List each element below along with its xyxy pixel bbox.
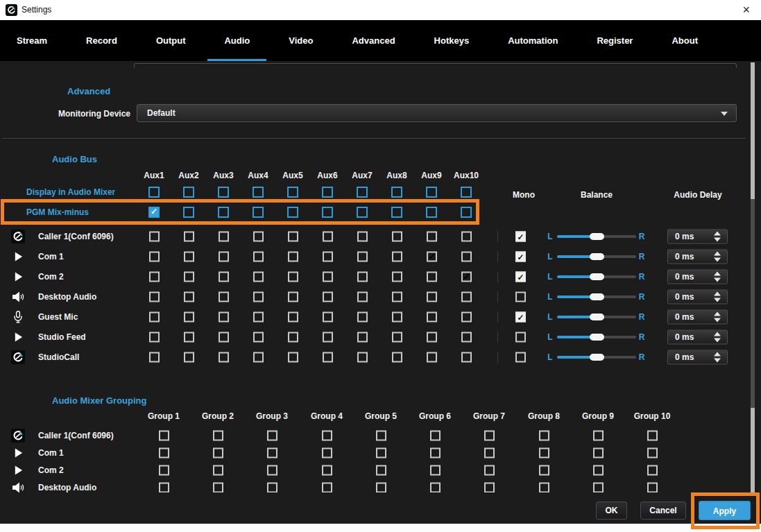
group-checkbox-9[interactable]: [593, 482, 604, 492]
aux-checkbox-9[interactable]: [426, 187, 437, 198]
group-checkbox-8[interactable]: [539, 465, 549, 475]
aux-checkbox-8[interactable]: [392, 312, 402, 323]
spinner-down-icon[interactable]: [714, 238, 721, 242]
aux-checkbox-10[interactable]: [461, 272, 472, 282]
aux-checkbox-1[interactable]: [149, 312, 160, 323]
aux-checkbox-3[interactable]: [219, 272, 229, 282]
audio-delay-spinner[interactable]: 0 ms: [667, 350, 728, 365]
ok-button[interactable]: OK: [596, 501, 627, 520]
aux-checkbox-9[interactable]: [427, 272, 437, 282]
audio-delay-spinner[interactable]: 0 ms: [667, 250, 728, 264]
spinner-arrows[interactable]: [714, 332, 721, 343]
aux-checkbox-1[interactable]: [148, 187, 160, 198]
group-checkbox-7[interactable]: [484, 447, 495, 458]
group-checkbox-2[interactable]: [213, 447, 223, 458]
group-checkbox-4[interactable]: [322, 447, 332, 458]
group-checkbox-2[interactable]: [213, 465, 223, 475]
spinner-down-icon[interactable]: [714, 258, 721, 262]
aux-checkbox-2[interactable]: [184, 332, 194, 343]
spinner-down-icon[interactable]: [714, 359, 721, 363]
aux-checkbox-7[interactable]: [357, 352, 368, 363]
group-checkbox-1[interactable]: [159, 465, 169, 475]
audio-delay-spinner[interactable]: 0 ms: [667, 290, 728, 304]
group-checkbox-3[interactable]: [267, 465, 277, 475]
aux-checkbox-6[interactable]: [323, 232, 333, 242]
balance-slider-handle[interactable]: [590, 253, 604, 260]
balance-slider[interactable]: [557, 255, 636, 258]
group-checkbox-5[interactable]: [376, 482, 386, 492]
group-checkbox-2[interactable]: [213, 430, 223, 440]
aux-checkbox-2[interactable]: [183, 207, 194, 218]
audio-delay-value[interactable]: 0 ms: [675, 252, 694, 261]
tab-audio[interactable]: Audio: [207, 20, 266, 61]
aux-checkbox-10[interactable]: [461, 312, 472, 323]
spinner-arrows[interactable]: [714, 312, 721, 323]
aux-checkbox-4[interactable]: [253, 232, 264, 242]
tab-about[interactable]: About: [655, 20, 715, 61]
aux-checkbox-6[interactable]: [323, 312, 333, 323]
group-checkbox-6[interactable]: [430, 447, 441, 458]
aux-checkbox-2[interactable]: [184, 272, 194, 282]
aux-checkbox-10[interactable]: [461, 252, 472, 262]
aux-checkbox-6[interactable]: [322, 207, 333, 218]
balance-slider[interactable]: [557, 356, 636, 359]
tab-hotkeys[interactable]: Hotkeys: [418, 20, 486, 61]
aux-checkbox-9[interactable]: [427, 312, 437, 323]
balance-slider[interactable]: [557, 235, 636, 238]
audio-delay-spinner[interactable]: 0 ms: [667, 230, 728, 244]
aux-checkbox-2[interactable]: [184, 312, 194, 323]
aux-checkbox-2[interactable]: [184, 232, 194, 242]
mono-checkbox[interactable]: [515, 232, 526, 242]
group-checkbox-9[interactable]: [593, 430, 604, 440]
balance-slider-handle[interactable]: [590, 233, 604, 240]
spinner-down-icon[interactable]: [714, 318, 721, 323]
mono-checkbox[interactable]: [515, 252, 526, 262]
spinner-up-icon[interactable]: [714, 312, 721, 316]
group-checkbox-7[interactable]: [484, 482, 495, 492]
audio-delay-value[interactable]: 0 ms: [675, 292, 694, 302]
aux-checkbox-10[interactable]: [461, 352, 472, 363]
aux-checkbox-6[interactable]: [323, 272, 333, 282]
aux-checkbox-4[interactable]: [253, 312, 264, 323]
aux-checkbox-9[interactable]: [427, 292, 437, 302]
group-checkbox-7[interactable]: [484, 430, 495, 440]
aux-checkbox-5[interactable]: [288, 312, 298, 323]
aux-checkbox-5[interactable]: [288, 292, 298, 302]
aux-checkbox-4[interactable]: [253, 187, 264, 198]
aux-checkbox-4[interactable]: [253, 332, 264, 343]
group-checkbox-4[interactable]: [322, 482, 332, 492]
group-checkbox-3[interactable]: [267, 430, 277, 440]
tab-video[interactable]: Video: [272, 20, 330, 61]
audio-delay-spinner[interactable]: 0 ms: [667, 270, 728, 284]
spinner-up-icon[interactable]: [714, 292, 721, 296]
aux-checkbox-1[interactable]: [149, 272, 160, 282]
monitoring-device-select[interactable]: Default: [137, 104, 737, 122]
aux-checkbox-8[interactable]: [391, 207, 402, 218]
balance-slider[interactable]: [557, 336, 636, 338]
balance-slider-handle[interactable]: [590, 354, 604, 361]
aux-checkbox-8[interactable]: [392, 272, 402, 282]
spinner-arrows[interactable]: [714, 352, 721, 363]
mono-checkbox[interactable]: [515, 272, 526, 282]
aux-checkbox-7[interactable]: [357, 207, 368, 218]
aux-checkbox-7[interactable]: [357, 312, 368, 323]
audio-delay-value[interactable]: 0 ms: [675, 312, 694, 322]
aux-checkbox-2[interactable]: [184, 252, 194, 262]
group-checkbox-6[interactable]: [430, 465, 441, 475]
mono-checkbox[interactable]: [515, 292, 526, 302]
spinner-up-icon[interactable]: [714, 352, 721, 357]
aux-checkbox-5[interactable]: [288, 252, 298, 262]
aux-checkbox-8[interactable]: [392, 352, 402, 363]
aux-checkbox-1[interactable]: [148, 207, 160, 218]
group-checkbox-1[interactable]: [159, 482, 169, 492]
aux-checkbox-2[interactable]: [184, 352, 194, 363]
spinner-arrows[interactable]: [714, 292, 721, 302]
group-checkbox-4[interactable]: [322, 465, 332, 475]
group-checkbox-1[interactable]: [159, 447, 169, 458]
group-checkbox-4[interactable]: [322, 430, 332, 440]
group-checkbox-6[interactable]: [430, 430, 441, 440]
spinner-up-icon[interactable]: [714, 252, 721, 256]
aux-checkbox-4[interactable]: [253, 207, 264, 218]
aux-checkbox-10[interactable]: [461, 207, 472, 218]
group-checkbox-7[interactable]: [484, 465, 495, 475]
